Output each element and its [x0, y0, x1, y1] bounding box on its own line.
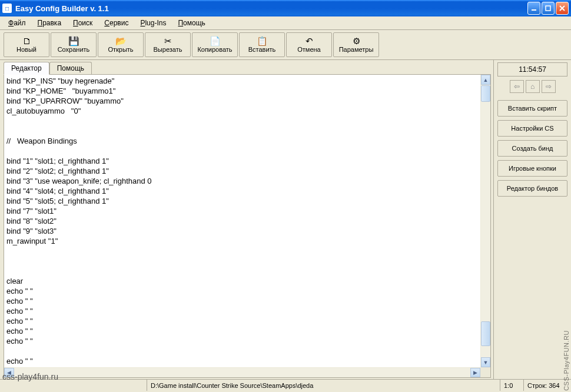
scroll-down-arrow[interactable]: ▼ — [481, 357, 490, 367]
nav-back-button[interactable]: ⇦ — [510, 80, 524, 93]
svg-rect-1 — [546, 6, 550, 11]
params-button[interactable]: ⚙Параметры — [333, 32, 379, 57]
minimize-button[interactable] — [527, 2, 540, 15]
open-icon: 📂 — [115, 36, 127, 45]
cut-icon: ✂ — [164, 36, 172, 45]
cs-settings-button[interactable]: Настройки CS — [497, 120, 567, 137]
tab-помощь[interactable]: Помощь — [49, 62, 92, 75]
paste-button[interactable]: 📋Вставить — [239, 32, 285, 57]
scroll-thumb[interactable] — [481, 321, 490, 346]
save-icon: 💾 — [68, 36, 79, 45]
titlebar: □ Easy Config Builder v. 1.1 — [0, 0, 571, 16]
menu-правка[interactable]: Правка — [33, 18, 67, 28]
scroll-thumb-top[interactable] — [481, 85, 490, 102]
menu-помощь[interactable]: Помощь — [173, 18, 210, 28]
side-panel: 11:54:57 ⇦ ⌂ ⇨ Вставить скриптНастройки … — [493, 60, 571, 379]
vertical-scrollbar[interactable]: ▲ ▼ — [480, 75, 490, 367]
scroll-corner — [480, 367, 490, 377]
menu-plug-ins[interactable]: Plug-Ins — [135, 18, 171, 28]
insert-script-button[interactable]: Вставить скрипт — [497, 100, 567, 117]
toolbar-label: Параметры — [339, 46, 374, 53]
window-title: Easy Config Builder v. 1.1 — [15, 4, 527, 13]
undo-button[interactable]: ↶Отмена — [286, 32, 332, 57]
menu-сервис[interactable]: Сервис — [99, 18, 133, 28]
toolbar: 🗋Новый💾Сохранить📂Открыть✂Вырезать📄Копиро… — [0, 30, 571, 60]
params-icon: ⚙ — [353, 36, 360, 45]
app-icon: □ — [2, 4, 12, 13]
bind-editor-button[interactable]: Редактор биндов — [497, 180, 567, 197]
close-button[interactable] — [556, 2, 569, 15]
save-button[interactable]: 💾Сохранить — [51, 32, 97, 57]
cut-button[interactable]: ✂Вырезать — [145, 32, 191, 57]
create-bind-button[interactable]: Создать бинд — [497, 140, 567, 157]
tabstrip: РедакторПомощь — [4, 61, 491, 74]
open-button[interactable]: 📂Открыть — [98, 32, 144, 57]
status-path: D:\Game install\Counter Strike Source\St… — [147, 380, 500, 391]
copy-icon: 📄 — [210, 36, 221, 45]
toolbar-label: Копировать — [197, 46, 232, 53]
paste-icon: 📋 — [257, 36, 268, 45]
game-keys-button[interactable]: Игровые кнопки — [497, 160, 567, 177]
menu-файл[interactable]: Файл — [4, 18, 31, 28]
scroll-up-arrow[interactable]: ▲ — [481, 75, 490, 85]
menubar: ФайлПравкаПоискСервисPlug-InsПомощь — [0, 16, 571, 30]
toolbar-label: Новый — [16, 46, 36, 53]
tab-редактор[interactable]: Редактор — [4, 62, 49, 75]
clock: 11:54:57 — [497, 62, 567, 77]
menu-поиск[interactable]: Поиск — [68, 18, 97, 28]
toolbar-label: Сохранить — [58, 46, 90, 53]
undo-icon: ↶ — [306, 36, 313, 45]
statusbar: D:\Game install\Counter Strike Source\St… — [0, 379, 571, 391]
editor-textarea[interactable]: bind "KP_INS" "buy hegrenade" bind "KP_H… — [4, 75, 490, 377]
new-button[interactable]: 🗋Новый — [4, 32, 49, 57]
watermark-bottom-left: css-play4fun.ru — [2, 372, 58, 381]
nav-home-button[interactable]: ⌂ — [526, 80, 540, 93]
status-cursor-pos: 1:0 — [500, 380, 524, 391]
scroll-right-arrow[interactable]: ▶ — [470, 368, 480, 377]
toolbar-label: Вставить — [248, 46, 276, 53]
toolbar-label: Вырезать — [154, 46, 182, 53]
svg-rect-0 — [532, 9, 536, 11]
nav-forward-button[interactable]: ⇨ — [542, 80, 556, 93]
maximize-button[interactable] — [542, 2, 555, 15]
toolbar-label: Отмена — [297, 46, 320, 53]
nav-buttons: ⇦ ⌂ ⇨ — [497, 80, 567, 93]
horizontal-scrollbar[interactable]: ◀ ▶ — [4, 367, 480, 377]
new-icon: 🗋 — [22, 36, 31, 45]
copy-button[interactable]: 📄Копировать — [192, 32, 238, 57]
toolbar-label: Открыть — [108, 46, 133, 53]
editor-panel: bind "KP_INS" "buy hegrenade" bind "KP_H… — [4, 74, 491, 378]
watermark-bottom-right: CSS-Play4FUN.RU — [563, 330, 570, 391]
